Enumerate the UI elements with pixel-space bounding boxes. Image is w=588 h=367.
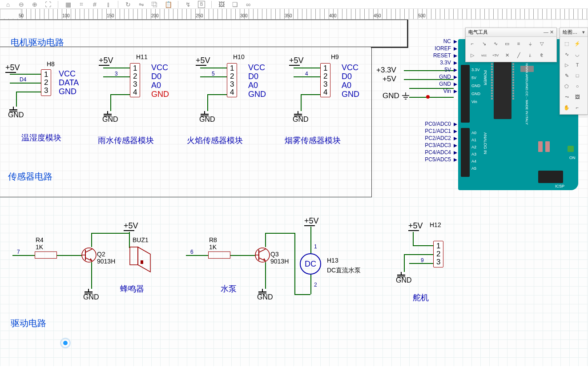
h10-5v: +5V <box>196 56 210 65</box>
h8-vcc: VCC <box>59 69 76 79</box>
hierarchy-icon[interactable]: ⅊ <box>538 51 546 59</box>
vcc-tool-icon[interactable]: vcc <box>480 51 488 59</box>
no-connect-icon[interactable]: ✕ <box>503 51 511 59</box>
net-tie-icon[interactable]: ⫰ <box>526 51 534 59</box>
grid-lower <box>0 197 588 366</box>
wire <box>265 262 266 289</box>
netlabel-tool-icon[interactable]: ∿ <box>491 40 499 48</box>
h10-gnd-sym: GND <box>199 111 210 124</box>
image-tool-icon[interactable]: 🖼 <box>573 93 581 101</box>
snap-icon[interactable]: ⌗ <box>78 1 85 8</box>
wire <box>301 94 320 95</box>
pl-33v: 3.3V <box>471 68 480 72</box>
atmega-chip <box>494 61 511 119</box>
pointer-tool-icon[interactable]: ▷ <box>563 61 571 69</box>
gnd-label: GND <box>383 92 399 100</box>
paste-icon[interactable]: 📋 <box>165 1 172 8</box>
wire <box>413 232 414 245</box>
pl-gnd2: GND <box>471 92 480 96</box>
grid-icon[interactable]: ▦ <box>64 1 72 8</box>
net-adc5: PC5/ADC5 <box>418 156 454 163</box>
wire <box>404 254 433 255</box>
home-icon[interactable]: ⌂ <box>4 1 12 8</box>
separator <box>58 1 58 8</box>
net-reset: RESET <box>423 52 454 59</box>
on-led <box>568 146 574 152</box>
b-icon[interactable]: B <box>198 1 205 8</box>
on-label: ON <box>569 156 576 160</box>
drive-title: 驱动电路 <box>11 317 46 329</box>
curve-tool-icon[interactable]: ∿ <box>563 50 571 58</box>
bus-entry-icon[interactable]: ▷ <box>468 51 476 59</box>
zoom-in-icon[interactable]: ⊕ <box>31 1 38 8</box>
pa0: A0 <box>471 131 476 135</box>
tab-marker[interactable] <box>0 9 21 19</box>
gnd-earth <box>402 92 409 102</box>
pencil-tool-icon[interactable]: ✎ <box>563 72 571 80</box>
pin: 1 <box>44 71 48 79</box>
zoom-fit-icon[interactable]: ⛶ <box>44 1 52 8</box>
pump-5v: +5V <box>304 216 319 226</box>
close-icon[interactable]: ✕ <box>550 29 554 35</box>
rotate-icon[interactable]: ↻ <box>125 1 132 8</box>
bezier-tool-icon[interactable]: ⤳ <box>563 93 571 101</box>
poly-tool-icon[interactable]: ⬠ <box>563 82 571 90</box>
ruler-tick: 300 <box>240 13 248 18</box>
pin: 3 <box>436 258 440 266</box>
mod-th-label: 温湿度模块 <box>21 132 61 143</box>
junction-tool-icon[interactable]: ≡ <box>515 40 523 48</box>
copy-icon[interactable]: ⿻ <box>151 1 158 8</box>
r4-val: 1K <box>36 243 43 251</box>
pwr-flag-icon[interactable]: +5V <box>491 51 499 59</box>
zap-tool-icon[interactable]: ⚡ <box>573 40 581 48</box>
panel-titlebar[interactable]: 电气工具 — ✕ <box>466 28 556 37</box>
corner-tool-icon[interactable]: ⌐ <box>573 104 581 112</box>
toolbar: ⌂ ⊖ ⊕ ⛶ ▦ ⌗ # ⫿ ↻ ⇋ ⿻ 📋 ↯ B 🖼 ❏ ∞ <box>0 0 588 9</box>
bold-icon[interactable]: ↯ <box>185 1 192 8</box>
h10-d0: D0 <box>248 72 258 81</box>
zoom-out-icon[interactable]: ⊖ <box>18 1 25 8</box>
h9-a0: A0 <box>342 81 351 90</box>
hash-icon[interactable]: # <box>91 1 98 8</box>
schematic-canvas[interactable]: 电机驱动电路 传感器电路 驱动电路 +5V H8 1 2 3 VCC DATA … <box>0 20 588 366</box>
svg-line-7 <box>85 249 93 252</box>
flip-icon[interactable]: ⇋ <box>138 1 145 8</box>
rect2-tool-icon[interactable]: □ <box>573 72 581 80</box>
wire <box>103 68 130 68</box>
d4-label: D4 <box>20 76 26 83</box>
pin: 4 <box>230 88 234 96</box>
electrical-tools-panel[interactable]: 电气工具 — ✕ ⌐ ↘ ∿ ▭ ≡ ⏚ ▽ ▷ vcc +5V ✕ ╱ ⫰ ⅊ <box>465 28 557 62</box>
image-icon[interactable]: 🖼 <box>218 1 225 8</box>
buzzer-label: 蜂鸣器 <box>120 283 144 294</box>
pa5: A5 <box>471 166 476 171</box>
power-tool-icon[interactable]: ⏚ <box>526 40 534 48</box>
pin: 3 <box>230 80 234 88</box>
panel-title-text: 电气工具 <box>468 29 488 36</box>
h11-5v: +5V <box>99 56 113 65</box>
bus-tool-icon[interactable]: ↘ <box>480 40 488 48</box>
align-icon[interactable]: ⫿ <box>105 1 112 8</box>
wire-tool-icon[interactable]: ⌐ <box>468 40 476 48</box>
dropdown-icon[interactable]: ▾ <box>582 29 585 35</box>
net-tool-icon[interactable]: ▭ <box>503 40 511 48</box>
arc-tool-icon[interactable]: ◡ <box>573 50 581 58</box>
gnd-tool-icon[interactable]: ▽ <box>538 40 546 48</box>
circle-tool-icon[interactable]: ○ <box>573 82 581 90</box>
drawing-tools-panel[interactable]: 绘图… ▾ ⬚ ⚡ ∿ ◡ ▷ T ✎ □ ⬠ ○ ⤳ 🖼 ✋ ⌐ <box>560 28 588 115</box>
wire <box>91 233 92 247</box>
hand-tool-icon[interactable]: ✋ <box>563 104 571 112</box>
pa2: A2 <box>471 145 476 149</box>
n7: 7 <box>17 249 20 255</box>
panel-titlebar[interactable]: 绘图… ▾ <box>560 28 588 37</box>
buz1: BUZ1 <box>133 236 149 243</box>
smd <box>538 141 543 152</box>
wire2-icon[interactable]: ╱ <box>515 51 523 59</box>
q2-val: 9013H <box>97 258 115 265</box>
rect-tool-icon[interactable]: ⬚ <box>563 40 571 48</box>
layers-icon[interactable]: ❏ <box>231 1 238 8</box>
wire <box>409 97 454 98</box>
share-icon[interactable]: ∞ <box>245 1 252 8</box>
minimize-icon[interactable]: — <box>544 29 548 35</box>
text-tool-icon[interactable]: T <box>573 61 581 69</box>
servo-gnd: GND <box>396 272 407 285</box>
